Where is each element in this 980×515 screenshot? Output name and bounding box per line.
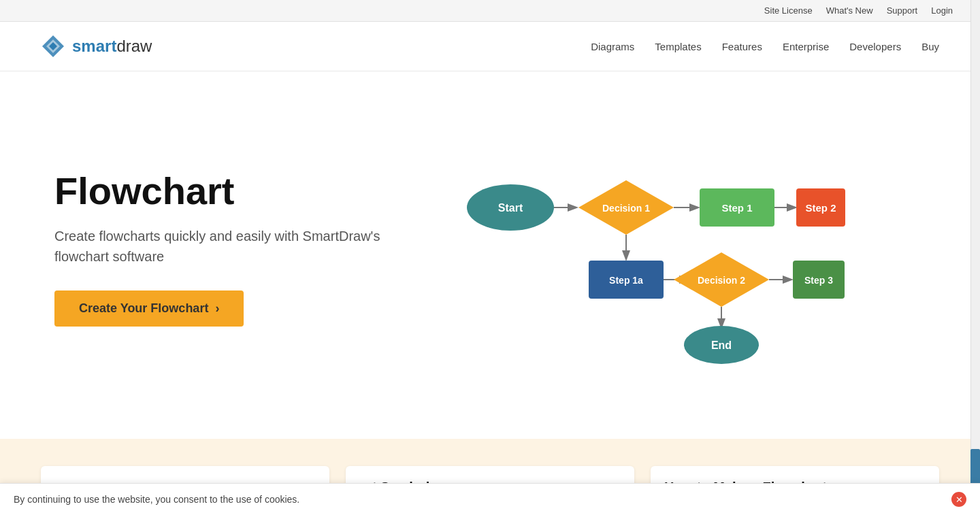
nav-features[interactable]: Features	[722, 41, 762, 52]
flowchart-diagram: Start Decision 1 Step 1 Step 2 Step 1a	[381, 133, 926, 364]
nav-templates[interactable]: Templates	[655, 41, 701, 52]
hero-left: Flowchart Create flowcharts quickly and …	[54, 170, 381, 327]
support-link[interactable]: Support	[887, 5, 918, 16]
create-flowchart-button[interactable]: Create Your Flowchart ›	[54, 290, 244, 327]
step3-label: Step 3	[804, 275, 833, 286]
nav-buy[interactable]: Buy	[921, 41, 939, 52]
decision2-label: Decision 2	[698, 275, 745, 286]
nav-developers[interactable]: Developers	[849, 41, 901, 52]
step1-label: Step 1	[721, 202, 752, 214]
nav-diagrams[interactable]: Diagrams	[591, 41, 634, 52]
start-label: Start	[498, 202, 523, 214]
step1a-label: Step 1a	[609, 275, 643, 286]
flowchart-svg: Start Decision 1 Step 1 Step 2 Step 1a	[456, 133, 851, 364]
decision1-label: Decision 1	[602, 203, 650, 214]
nav-enterprise[interactable]: Enterprise	[783, 41, 829, 52]
cookie-message: By continuing to use the website, you co…	[14, 494, 299, 505]
step2-label: Step 2	[805, 202, 836, 214]
hero-subtitle: Create flowcharts quickly and easily wit…	[54, 226, 381, 267]
end-label: End	[711, 339, 732, 351]
main-nav: Diagrams Templates Features Enterprise D…	[591, 41, 939, 52]
smartdraw-logo-icon	[41, 34, 65, 59]
cookie-close-button[interactable]: ✕	[951, 492, 966, 507]
site-license-link[interactable]: Site License	[764, 5, 813, 16]
logo[interactable]: smartdraw	[41, 34, 152, 59]
page-title: Flowchart	[54, 170, 381, 212]
cookie-banner: By continuing to use the website, you co…	[0, 483, 980, 515]
header: smartdraw Diagrams Templates Features En…	[0, 22, 980, 71]
hero-section: Flowchart Create flowcharts quickly and …	[0, 71, 980, 439]
logo-text: smartdraw	[72, 37, 152, 56]
login-link[interactable]: Login	[931, 5, 953, 16]
top-bar: Site License What's New Support Login	[0, 0, 980, 22]
whats-new-link[interactable]: What's New	[826, 5, 873, 16]
scrollbar[interactable]	[970, 0, 980, 515]
